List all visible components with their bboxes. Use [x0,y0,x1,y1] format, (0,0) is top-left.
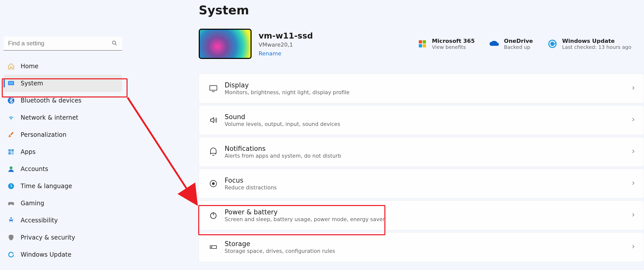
svg-rect-18 [210,86,217,90]
svg-point-21 [212,183,215,185]
search-wrap [4,37,122,51]
svg-rect-6 [9,149,11,152]
chevron-right-icon [631,149,636,155]
accessibility-icon [7,217,15,224]
sidebar-item-label: System [21,80,43,87]
nav: Home System Bluetooth & devices Network … [4,58,122,263]
setting-sub: Reduce distractions [225,185,277,191]
setting-sub: Volume levels, output, input, sound devi… [225,121,340,127]
sidebar-item-label: Bluetooth & devices [21,97,82,104]
sidebar-item-apps[interactable]: Apps [4,143,122,160]
privacy-icon [7,234,15,241]
setting-display[interactable]: Display Monitors, brightness, night ligh… [199,74,644,103]
cloud-sub: View benefits [432,44,475,50]
sidebar-item-label: Home [21,63,38,70]
sidebar-item-system[interactable]: System [4,75,122,92]
rename-link[interactable]: Rename [259,50,313,57]
personalization-icon [7,131,15,138]
sidebar-item-update[interactable]: Windows Update [4,246,122,263]
chevron-right-icon [631,181,636,187]
display-icon [207,84,220,93]
sidebar-item-label: Time & language [21,183,72,190]
sidebar-item-accounts[interactable]: Accounts [4,160,122,178]
setting-power[interactable]: Power & battery Screen and sleep, batter… [199,200,644,230]
setting-title: Storage [225,240,335,248]
device-thumbnail[interactable] [199,29,252,59]
setting-sub: Alerts from apps and system, do not dist… [225,153,341,159]
svg-rect-15 [419,44,422,47]
sidebar-item-time[interactable]: Time & language [4,178,122,195]
settings-list: Display Monitors, brightness, night ligh… [199,74,644,262]
cloud-title: Microsoft 365 [432,38,475,44]
home-icon [7,63,15,70]
storage-icon [207,243,220,251]
cloud-links: Microsoft 365 View benefits OneDrive Bac… [417,38,644,50]
sidebar-item-privacy[interactable]: Privacy & security [4,229,122,246]
setting-focus[interactable]: Focus Reduce distractions [199,169,644,198]
setting-sub: Storage space, drives, configuration rul… [225,248,335,254]
svg-rect-5 [10,132,14,135]
search-input[interactable] [4,37,122,51]
setting-sub: Monitors, brightness, night light, displ… [225,89,349,95]
setting-storage[interactable]: Storage Storage space, drives, configura… [199,232,644,262]
cloud-title: Windows Update [562,38,631,44]
svg-rect-8 [9,152,11,154]
sidebar-item-personalization[interactable]: Personalization [4,126,122,143]
cloud-onedrive[interactable]: OneDrive Backed up [489,38,533,50]
cloud-sub: Last checked: 13 hours ago [562,44,631,50]
sidebar-item-home[interactable]: Home [4,58,122,75]
sidebar-item-label: Windows Update [21,251,71,258]
setting-title: Notifications [225,145,341,152]
setting-title: Display [225,81,349,89]
cloud-m365[interactable]: Microsoft 365 View benefits [417,38,475,50]
sidebar-item-label: Apps [21,148,35,155]
network-icon [7,114,15,121]
device-name: vm-w11-ssd [259,31,313,41]
sidebar-item-label: Accessibility [21,217,58,224]
setting-title: Power & battery [225,208,385,216]
setting-sound[interactable]: Sound Volume levels, output, input, soun… [199,105,644,135]
sidebar: Home System Bluetooth & devices Network … [0,0,126,270]
chevron-right-icon [631,244,636,250]
svg-point-0 [112,41,116,44]
onedrive-icon [489,39,499,49]
sidebar-item-label: Accounts [21,165,48,173]
main: System vm-w11-ssd VMware20,1 Rename Micr… [126,0,644,270]
sidebar-item-network[interactable]: Network & internet [4,109,122,126]
svg-rect-3 [9,82,14,85]
cloud-update[interactable]: Windows Update Last checked: 13 hours ag… [547,38,631,50]
sidebar-item-accessibility[interactable]: Accessibility [4,212,122,229]
svg-point-10 [10,166,13,170]
svg-rect-7 [11,149,14,152]
sidebar-item-bluetooth[interactable]: Bluetooth & devices [4,92,122,109]
svg-point-25 [211,247,212,248]
chevron-right-icon [631,85,636,91]
svg-rect-16 [423,44,426,47]
chevron-right-icon [631,212,636,218]
sidebar-item-label: Gaming [21,200,44,207]
svg-line-1 [115,44,117,45]
time-icon [7,183,15,190]
device-info: vm-w11-ssd VMware20,1 Rename [259,31,313,57]
setting-sub: Screen and sleep, battery usage, power m… [225,216,385,222]
svg-rect-13 [419,40,422,44]
setting-title: Focus [225,177,277,184]
sidebar-item-label: Network & internet [21,114,78,121]
page-title: System [199,3,644,17]
bluetooth-icon [7,97,15,104]
notifications-icon [207,148,220,156]
cloud-sub: Backed up [504,44,533,50]
system-icon [7,80,15,87]
sidebar-item-gaming[interactable]: Gaming [4,195,122,212]
setting-notifications[interactable]: Notifications Alerts from apps and syste… [199,137,644,167]
device-row: vm-w11-ssd VMware20,1 Rename Microsoft 3… [199,29,644,59]
update-icon [7,251,15,258]
svg-rect-9 [11,152,14,154]
gaming-icon [7,200,15,207]
accounts-icon [7,165,15,173]
setting-title: Sound [225,113,340,121]
device-model: VMware20,1 [259,42,313,48]
sound-icon [207,116,220,124]
search-icon [112,40,117,47]
power-icon [207,211,220,220]
